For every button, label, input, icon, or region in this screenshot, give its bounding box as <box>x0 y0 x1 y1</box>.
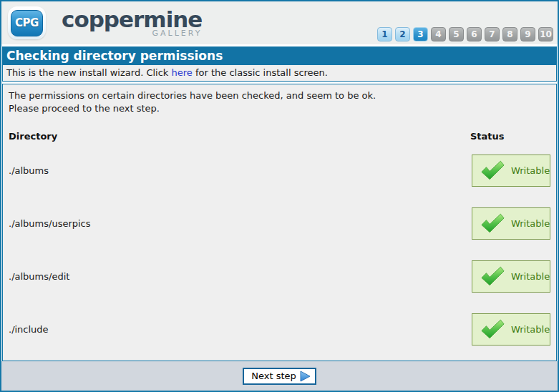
permissions-table: Directory Status ./albums Writable <box>9 131 550 356</box>
table-row: ./albums/userpics Writable <box>9 197 550 250</box>
table-row: ./albums Writable <box>9 144 550 197</box>
directory-path: ./albums/edit <box>9 271 69 282</box>
status-badge: Writable <box>472 260 550 293</box>
table-row: ./albums/edit Writable <box>9 250 550 303</box>
status-label: Writable <box>511 271 550 282</box>
step-button-3[interactable]: 3 <box>413 27 428 41</box>
footer: Next step <box>1 361 558 391</box>
check-icon <box>480 266 505 287</box>
column-header-status: Status <box>470 131 550 144</box>
wizard-notice: This is the new install wizard. Click he… <box>3 65 556 81</box>
check-icon <box>480 160 505 181</box>
wizard-step-indicator: 1 2 3 4 5 6 7 8 9 10 <box>377 27 553 41</box>
status-label: Writable <box>511 324 550 335</box>
classic-install-link[interactable]: here <box>172 67 193 78</box>
step-button-7[interactable]: 7 <box>485 27 500 41</box>
title-section: Checking directory permissions This is t… <box>2 46 557 82</box>
step-button-8[interactable]: 8 <box>502 27 517 41</box>
intro-line-1: The permissions on certain directories h… <box>9 89 550 102</box>
directory-path: ./include <box>9 324 49 335</box>
directory-path: ./albums <box>9 165 49 176</box>
step-button-10[interactable]: 10 <box>538 27 553 41</box>
next-step-button[interactable]: Next step <box>243 368 316 385</box>
coppermine-logo: CPG <box>8 6 46 39</box>
intro-line-2: Please proceed to the next step. <box>9 102 550 115</box>
main-content: The permissions on certain directories h… <box>2 84 557 361</box>
arrow-right-icon <box>300 371 311 382</box>
status-badge: Writable <box>472 155 550 187</box>
check-icon <box>480 319 505 340</box>
step-button-4[interactable]: 4 <box>431 27 446 41</box>
status-label: Writable <box>511 165 550 176</box>
notice-text-after: for the classic install screen. <box>195 67 328 78</box>
intro-text: The permissions on certain directories h… <box>9 89 550 115</box>
check-icon <box>480 213 505 234</box>
next-step-label: Next step <box>251 371 296 381</box>
status-badge: Writable <box>472 313 550 346</box>
table-header-row: Directory Status <box>9 131 550 144</box>
header: CPG coppermine GALLERY 1 2 3 4 5 6 7 8 9… <box>1 1 558 44</box>
install-wizard-page: CPG coppermine GALLERY 1 2 3 4 5 6 7 8 9… <box>0 0 559 392</box>
step-button-1[interactable]: 1 <box>377 27 392 41</box>
step-button-2[interactable]: 2 <box>395 27 410 41</box>
brand: coppermine GALLERY <box>62 9 202 38</box>
directory-path: ./albums/userpics <box>9 218 91 229</box>
step-button-5[interactable]: 5 <box>449 27 464 41</box>
brand-name: coppermine <box>62 9 202 30</box>
notice-text-before: This is the new install wizard. Click <box>6 67 168 78</box>
page-title: Checking directory permissions <box>3 47 556 65</box>
status-label: Writable <box>511 218 550 229</box>
cpg-logo-icon: CPG <box>11 10 43 36</box>
step-button-6[interactable]: 6 <box>467 27 482 41</box>
step-button-9[interactable]: 9 <box>520 27 535 41</box>
status-badge: Writable <box>472 207 550 240</box>
column-header-directory: Directory <box>9 131 57 144</box>
table-row: ./include Writable <box>9 303 550 356</box>
